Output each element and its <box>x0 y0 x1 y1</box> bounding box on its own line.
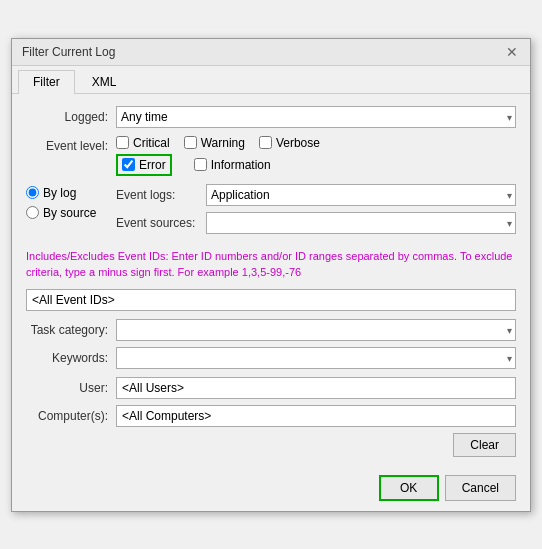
radio-by-source[interactable]: By source <box>26 206 116 220</box>
tab-xml[interactable]: XML <box>77 70 132 93</box>
checkbox-information-input[interactable] <box>194 158 207 171</box>
log-source-section: By log By source Event logs: Application <box>26 184 516 240</box>
radio-group: By log By source <box>26 184 116 220</box>
bottom-buttons: OK Cancel <box>12 467 530 511</box>
radio-by-log[interactable]: By log <box>26 186 116 200</box>
keywords-control <box>116 347 516 369</box>
event-logs-select-wrapper: Application <box>206 184 516 206</box>
radio-by-log-label: By log <box>43 186 76 200</box>
tab-filter[interactable]: Filter <box>18 70 75 94</box>
task-category-control <box>116 319 516 341</box>
dialog-title: Filter Current Log <box>22 45 115 59</box>
checkbox-verbose[interactable]: Verbose <box>259 136 320 150</box>
checkbox-critical-input[interactable] <box>116 136 129 149</box>
task-category-select-wrapper <box>116 319 516 341</box>
checkbox-row-1: Critical Warning Verbose <box>116 136 516 150</box>
checkbox-information[interactable]: Information <box>194 158 271 172</box>
event-logs-label: Event logs: <box>116 188 206 202</box>
clear-button[interactable]: Clear <box>453 433 516 457</box>
checkbox-critical-label: Critical <box>133 136 170 150</box>
logged-select[interactable]: Any time <box>116 106 516 128</box>
close-button[interactable]: ✕ <box>504 45 520 59</box>
user-row: User: <box>26 377 516 399</box>
event-sources-select-wrapper <box>206 212 516 234</box>
user-input[interactable] <box>116 377 516 399</box>
filter-content: Logged: Any time Event level: Critical <box>12 94 530 467</box>
clear-row: Clear <box>26 433 516 457</box>
event-sources-control <box>206 212 516 234</box>
event-ids-row <box>26 289 516 311</box>
computers-control <box>116 405 516 427</box>
error-highlighted-box: Error <box>116 154 172 176</box>
event-level-label: Event level: <box>26 136 116 153</box>
checkbox-verbose-label: Verbose <box>276 136 320 150</box>
computers-label: Computer(s): <box>26 409 116 423</box>
event-logs-row: Event logs: Application <box>116 184 516 206</box>
logged-control: Any time <box>116 106 516 128</box>
keywords-select-wrapper <box>116 347 516 369</box>
checkbox-warning-input[interactable] <box>184 136 197 149</box>
event-logs-control: Application <box>206 184 516 206</box>
checkbox-warning-label: Warning <box>201 136 245 150</box>
task-category-row: Task category: <box>26 319 516 341</box>
event-level-row: Event level: Critical Warning <box>26 136 516 176</box>
radio-by-source-label: By source <box>43 206 96 220</box>
tab-bar: Filter XML <box>12 66 530 94</box>
checkbox-critical[interactable]: Critical <box>116 136 170 150</box>
radio-by-log-input[interactable] <box>26 186 39 199</box>
log-source-fields: Event logs: Application Event sources: <box>116 184 516 240</box>
title-bar: Filter Current Log ✕ <box>12 39 530 66</box>
checkbox-warning[interactable]: Warning <box>184 136 245 150</box>
computers-row: Computer(s): <box>26 405 516 427</box>
checkbox-information-label: Information <box>211 158 271 172</box>
event-logs-select[interactable]: Application <box>206 184 516 206</box>
checkbox-row-2: Error Information <box>116 154 516 176</box>
checkbox-error[interactable]: Error <box>122 158 166 172</box>
radio-by-source-input[interactable] <box>26 206 39 219</box>
task-category-label: Task category: <box>26 323 116 337</box>
event-sources-label: Event sources: <box>116 216 206 230</box>
event-sources-row: Event sources: <box>116 212 516 234</box>
logged-label: Logged: <box>26 110 116 124</box>
event-sources-select[interactable] <box>206 212 516 234</box>
cancel-button[interactable]: Cancel <box>445 475 516 501</box>
ok-button[interactable]: OK <box>379 475 439 501</box>
filter-dialog: Filter Current Log ✕ Filter XML Logged: … <box>11 38 531 512</box>
hint-text: Includes/Excludes Event IDs: Enter ID nu… <box>26 248 516 281</box>
logged-row: Logged: Any time <box>26 106 516 128</box>
checkbox-error-input[interactable] <box>122 158 135 171</box>
user-control <box>116 377 516 399</box>
task-category-select[interactable] <box>116 319 516 341</box>
event-level-checkboxes: Critical Warning Verbose <box>116 136 516 176</box>
keywords-label: Keywords: <box>26 351 116 365</box>
checkbox-error-label: Error <box>139 158 166 172</box>
keywords-select[interactable] <box>116 347 516 369</box>
checkbox-verbose-input[interactable] <box>259 136 272 149</box>
keywords-row: Keywords: <box>26 347 516 369</box>
user-label: User: <box>26 381 116 395</box>
logged-select-wrapper: Any time <box>116 106 516 128</box>
computers-input[interactable] <box>116 405 516 427</box>
event-ids-input[interactable] <box>26 289 516 311</box>
